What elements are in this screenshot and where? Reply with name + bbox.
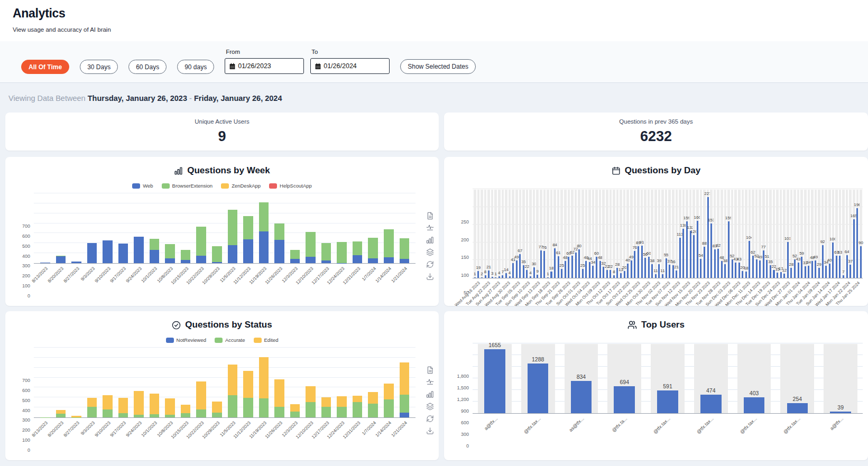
bar[interactable]: 67 xyxy=(519,190,522,278)
bar-segment[interactable] xyxy=(290,412,300,417)
bar-fill[interactable] xyxy=(808,266,809,278)
bar[interactable]: 14 xyxy=(505,190,507,278)
bar[interactable]: 34 xyxy=(592,190,595,278)
bar[interactable] xyxy=(337,242,347,263)
bar[interactable]: 474 xyxy=(694,344,728,413)
bar-fill[interactable] xyxy=(533,267,535,278)
bar[interactable] xyxy=(274,223,284,263)
bar-segment[interactable] xyxy=(353,402,363,417)
bar-segment[interactable] xyxy=(368,238,378,258)
bar-fill[interactable] xyxy=(710,223,712,278)
bar-fill[interactable] xyxy=(561,269,562,278)
bar-segment[interactable] xyxy=(71,262,81,263)
bar-segment[interactable] xyxy=(196,256,206,263)
bar[interactable] xyxy=(290,404,300,417)
bar[interactable]: 91 xyxy=(641,190,643,278)
bar-segment[interactable] xyxy=(274,379,284,407)
bar-fill[interactable] xyxy=(603,267,604,278)
bar-segment[interactable] xyxy=(400,413,410,417)
show-selected-dates-button[interactable]: Show Selected Dates xyxy=(400,59,476,74)
bar[interactable]: 89 xyxy=(637,190,640,278)
bar-segment[interactable] xyxy=(134,237,144,263)
bar-segment[interactable] xyxy=(56,410,66,414)
bar-fill[interactable] xyxy=(596,257,597,278)
bar-fill[interactable] xyxy=(721,261,723,278)
bar[interactable]: 39 xyxy=(824,344,857,413)
bar-fill[interactable] xyxy=(724,264,726,278)
bar-segment[interactable] xyxy=(274,223,284,240)
bar-fill[interactable] xyxy=(777,273,778,278)
bar[interactable]: 48 xyxy=(585,190,588,278)
bar-fill[interactable] xyxy=(752,256,754,278)
bar[interactable]: 60 xyxy=(595,190,598,278)
bar[interactable]: 7 xyxy=(842,190,845,278)
bar-segment[interactable] xyxy=(150,239,160,250)
bar[interactable] xyxy=(384,229,394,263)
bar-segment[interactable] xyxy=(321,407,331,417)
bar[interactable]: 63 xyxy=(835,190,838,278)
preset-60-days-button[interactable]: 60 Days xyxy=(128,60,167,74)
bar-fill[interactable] xyxy=(565,261,566,278)
bar-fill[interactable] xyxy=(742,271,743,278)
bar-segment[interactable] xyxy=(181,413,191,417)
bar-fill[interactable] xyxy=(492,277,493,278)
bar-segment[interactable] xyxy=(118,244,128,263)
bar[interactable] xyxy=(243,371,253,417)
bar[interactable]: 49 xyxy=(515,190,518,278)
bar-fill[interactable] xyxy=(822,245,824,278)
bar-fill[interactable] xyxy=(540,250,542,278)
bar-fill[interactable] xyxy=(825,266,827,278)
bar-fill[interactable] xyxy=(613,275,615,278)
bar-segment[interactable] xyxy=(228,365,238,395)
bar-fill[interactable] xyxy=(485,275,486,278)
bar-fill[interactable] xyxy=(666,258,667,278)
bar-segment[interactable] xyxy=(212,246,222,262)
bar-fill[interactable] xyxy=(578,249,580,278)
download-icon[interactable] xyxy=(426,427,434,435)
bar-fill[interactable] xyxy=(846,255,848,278)
bar-fill[interactable] xyxy=(528,364,549,413)
bar-fill[interactable] xyxy=(505,273,507,278)
bar[interactable]: 15 xyxy=(776,190,779,278)
bar-fill[interactable] xyxy=(745,272,747,278)
bar-fill[interactable] xyxy=(558,256,559,278)
bar[interactable] xyxy=(150,239,160,263)
bar-segment[interactable] xyxy=(368,392,378,403)
bar[interactable]: 38 xyxy=(651,190,653,278)
bar-fill[interactable] xyxy=(488,271,490,278)
bar[interactable]: 29 xyxy=(818,190,820,278)
bar-segment[interactable] xyxy=(384,399,394,417)
bar-segment[interactable] xyxy=(134,415,144,417)
bar[interactable]: 60 xyxy=(648,190,650,278)
bar[interactable] xyxy=(212,246,222,263)
bar-fill[interactable] xyxy=(704,247,705,278)
bar-fill[interactable] xyxy=(530,276,531,278)
bar[interactable]: 22 xyxy=(773,190,775,278)
bar-segment[interactable] xyxy=(400,238,410,259)
bar-segment[interactable] xyxy=(87,407,97,417)
bar-fill[interactable] xyxy=(849,265,851,278)
bar-fill[interactable] xyxy=(843,275,844,278)
bar[interactable]: 254 xyxy=(780,344,814,413)
bar-segment[interactable] xyxy=(321,397,331,407)
bar-segment[interactable] xyxy=(274,240,284,263)
bar-fill[interactable] xyxy=(682,229,684,278)
bar[interactable]: 64 xyxy=(846,190,848,278)
bar-fill[interactable] xyxy=(550,272,552,278)
bar-segment[interactable] xyxy=(228,395,238,417)
bar[interactable] xyxy=(134,237,144,263)
bar[interactable] xyxy=(181,250,191,263)
bar-segment[interactable] xyxy=(150,250,160,263)
bar[interactable]: 51 xyxy=(766,190,769,278)
bar[interactable]: 11 xyxy=(654,190,657,278)
bar[interactable] xyxy=(212,402,222,417)
bar-segment[interactable] xyxy=(56,256,66,263)
bar-fill[interactable] xyxy=(728,221,730,278)
bar[interactable] xyxy=(274,379,284,417)
bar[interactable]: 21 xyxy=(487,190,490,278)
bar-fill[interactable] xyxy=(526,270,528,278)
bar-fill[interactable] xyxy=(830,412,851,413)
bar[interactable]: 52 xyxy=(755,190,758,278)
bar[interactable] xyxy=(306,232,316,263)
bar[interactable]: 160 xyxy=(696,190,699,278)
